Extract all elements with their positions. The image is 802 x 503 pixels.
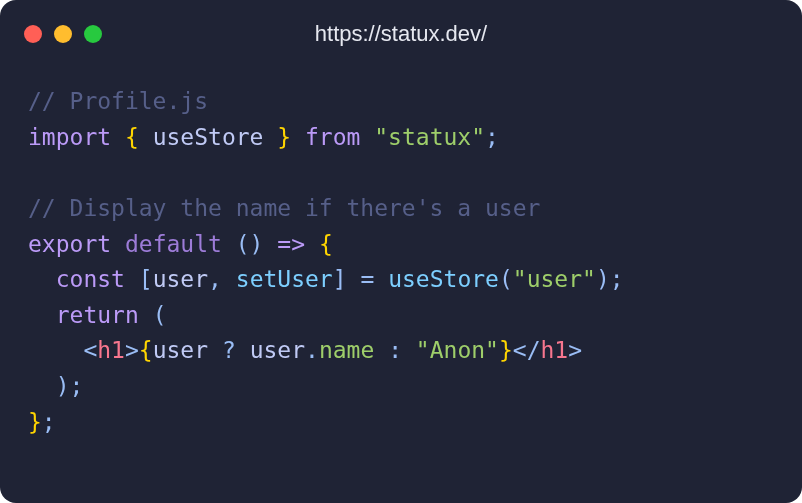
code-line	[28, 155, 774, 191]
code-token	[360, 124, 374, 150]
code-token	[111, 124, 125, 150]
code-line: return (	[28, 298, 774, 334]
code-token: ;	[42, 409, 56, 435]
code-token	[347, 266, 361, 292]
code-token	[222, 231, 236, 257]
code-token: }	[28, 409, 42, 435]
code-token: from	[305, 124, 360, 150]
close-icon[interactable]	[24, 25, 42, 43]
code-token	[28, 337, 83, 363]
code-token: user	[153, 337, 222, 363]
code-line: import { useStore } from "statux";	[28, 120, 774, 156]
code-line: const [user, setUser] = useStore("user")…	[28, 262, 774, 298]
code-token: ]	[333, 266, 347, 292]
code-token	[28, 302, 56, 328]
window-title: https://statux.dev/	[0, 21, 802, 47]
code-token: "user"	[513, 266, 596, 292]
code-token	[125, 266, 139, 292]
code-token: {	[125, 124, 139, 150]
code-token: useStore	[388, 266, 499, 292]
code-token	[28, 266, 56, 292]
code-token: user	[236, 337, 305, 363]
code-token: {	[139, 337, 153, 363]
code-token	[28, 373, 56, 399]
code-token: ;	[70, 373, 84, 399]
code-token	[374, 337, 388, 363]
code-token	[402, 337, 416, 363]
code-block: // Profile.jsimport { useStore } from "s…	[0, 58, 802, 468]
code-token: ()	[236, 231, 264, 257]
code-token: )	[596, 266, 610, 292]
code-token: {	[319, 231, 333, 257]
code-token: ?	[222, 337, 236, 363]
traffic-lights	[24, 25, 102, 43]
code-token: import	[28, 124, 111, 150]
code-token: .	[305, 337, 319, 363]
code-token: }	[499, 337, 513, 363]
code-token: >	[125, 337, 139, 363]
code-token: name	[319, 337, 374, 363]
editor-window: https://statux.dev/ // Profile.jsimport …	[0, 0, 802, 503]
code-token	[139, 302, 153, 328]
code-token: >	[568, 337, 582, 363]
code-token: ;	[485, 124, 499, 150]
code-line: <h1>{user ? user.name : "Anon"}</h1>	[28, 333, 774, 369]
code-token: setUser	[236, 266, 333, 292]
code-token: (	[153, 302, 167, 328]
code-token: const	[56, 266, 125, 292]
code-token: :	[388, 337, 402, 363]
code-token: }	[277, 124, 291, 150]
maximize-icon[interactable]	[84, 25, 102, 43]
code-token: useStore	[139, 124, 277, 150]
minimize-icon[interactable]	[54, 25, 72, 43]
code-token: (	[499, 266, 513, 292]
code-token: </	[513, 337, 541, 363]
code-token	[111, 231, 125, 257]
code-token: return	[56, 302, 139, 328]
code-token	[291, 124, 305, 150]
code-token: // Profile.js	[28, 88, 208, 114]
code-token: )	[56, 373, 70, 399]
code-token: export	[28, 231, 111, 257]
code-line: );	[28, 369, 774, 405]
code-token	[263, 231, 277, 257]
code-token: // Display the name if there's a user	[28, 195, 540, 221]
code-token: =>	[277, 231, 305, 257]
code-token	[305, 231, 319, 257]
code-token: [	[139, 266, 153, 292]
code-line: export default () => {	[28, 227, 774, 263]
code-line: // Profile.js	[28, 84, 774, 120]
code-token: ;	[610, 266, 624, 292]
code-token: =	[360, 266, 374, 292]
code-token	[222, 266, 236, 292]
titlebar: https://statux.dev/	[0, 0, 802, 58]
code-line: // Display the name if there's a user	[28, 191, 774, 227]
code-token: default	[125, 231, 222, 257]
code-token: <	[83, 337, 97, 363]
code-token: "Anon"	[416, 337, 499, 363]
code-token: user	[153, 266, 208, 292]
code-token: h1	[541, 337, 569, 363]
code-token: "statux"	[374, 124, 485, 150]
code-token: ,	[208, 266, 222, 292]
code-token: h1	[97, 337, 125, 363]
code-line: };	[28, 405, 774, 441]
code-token	[374, 266, 388, 292]
